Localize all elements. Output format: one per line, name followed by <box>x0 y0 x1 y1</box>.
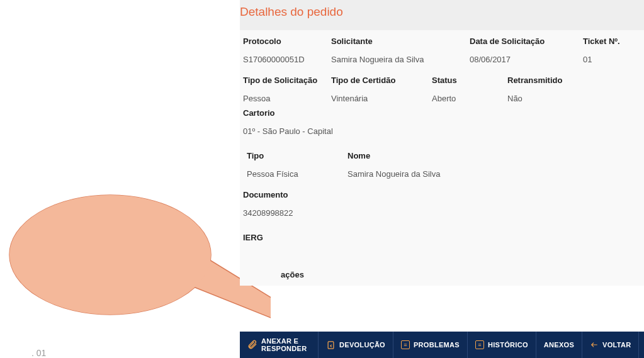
retransmitido-label: Retransmitido <box>507 76 583 91</box>
anexos-button[interactable]: ANEXOS <box>536 332 582 358</box>
data-label: Data de Solicitação <box>470 36 583 52</box>
paperclip-icon <box>247 340 257 350</box>
protocolo-value: S17060000051D <box>243 55 331 73</box>
cartorio-label: Cartorio <box>243 108 641 124</box>
tipo-label: Tipo <box>247 151 347 167</box>
anexos-label: ANEXOS <box>544 341 574 349</box>
observacoes-label: ações <box>243 270 641 286</box>
nome-value: Samira Nogueira da Silva <box>347 169 486 187</box>
voltar-label: VOLTAR <box>602 341 631 349</box>
details-grid: Protocolo Solicitante Data de Solicitaçã… <box>240 30 644 286</box>
protocolo-label: Protocolo <box>243 36 331 52</box>
documento-label: Documento <box>243 190 641 206</box>
historico-label: HISTÓRICO <box>488 341 528 349</box>
list-icon: ≡ <box>475 340 484 349</box>
tipo-solicitacao-label: Tipo de Solicitação <box>243 76 331 91</box>
solicitante-value: Samira Nogueira da Silva <box>331 55 470 73</box>
documento-value: 34208998822 <box>243 208 641 227</box>
list-icon: ≡ <box>401 340 410 349</box>
devolucao-button[interactable]: DEVOLUÇÃO <box>319 332 393 358</box>
svg-point-1 <box>9 195 211 315</box>
footer-note: . 01 <box>31 348 46 358</box>
ierg-label: IERG <box>243 229 641 249</box>
historico-button[interactable]: ≡ HISTÓRICO <box>468 332 536 358</box>
tipo-solicitacao-value: Pessoa <box>243 94 331 106</box>
tipo-certidao-value: Vintenária <box>331 94 432 106</box>
action-bar: ANEXAR ERESPONDER DEVOLUÇÃO ≡ PROBLEMAS … <box>240 332 644 358</box>
status-value: Aberto <box>432 94 507 106</box>
ticket-value: 01 <box>583 55 633 73</box>
header-bar: Detalhes do pedido <box>240 0 644 30</box>
anexar-responder-label: ANEXAR ERESPONDER <box>261 337 307 352</box>
solicitante-label: Solicitante <box>331 36 470 52</box>
voltar-button[interactable]: VOLTAR <box>582 332 639 358</box>
document-back-icon <box>326 340 336 350</box>
nome-label: Nome <box>347 151 473 167</box>
status-label: Status <box>432 76 507 91</box>
cartorio-value: 01º - São Paulo - Capital <box>243 126 641 145</box>
callout-bubble <box>6 189 271 349</box>
data-value: 08/06/2017 <box>470 55 583 73</box>
content-panel: Detalhes do pedido Protocolo Solicitante… <box>240 0 644 358</box>
svg-point-0 <box>9 195 211 315</box>
tipo-value: Pessoa Física <box>247 169 347 187</box>
page-title: Detalhes do pedido <box>240 5 638 19</box>
ticket-label: Ticket Nº. <box>583 36 633 52</box>
arrow-left-icon <box>590 340 599 349</box>
tipo-certidao-label: Tipo de Certidão <box>331 76 432 91</box>
retransmitido-value: Não <box>507 94 583 106</box>
anexar-responder-button[interactable]: ANEXAR ERESPONDER <box>240 332 319 358</box>
devolucao-label: DEVOLUÇÃO <box>339 341 385 349</box>
problemas-button[interactable]: ≡ PROBLEMAS <box>393 332 468 358</box>
problemas-label: PROBLEMAS <box>414 341 460 349</box>
